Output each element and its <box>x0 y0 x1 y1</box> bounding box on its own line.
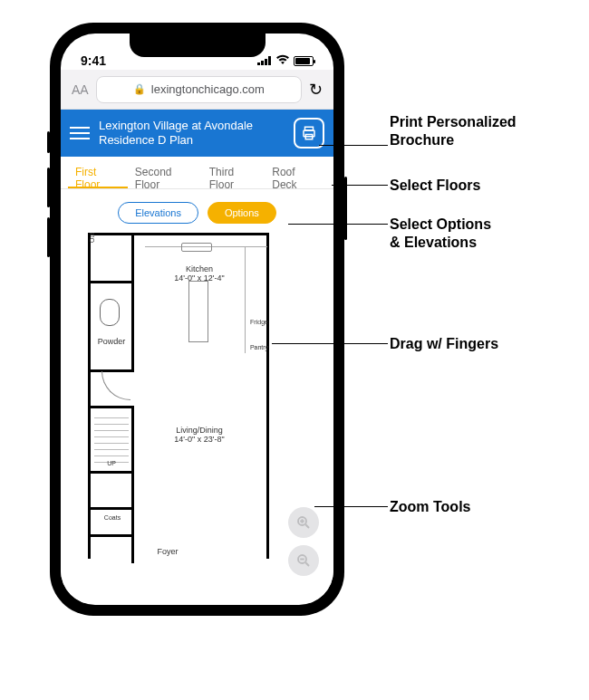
callout-drag: Drag w/ Fingers <box>390 335 498 353</box>
lock-icon: 🔒 <box>133 83 146 95</box>
coats-label: Coats <box>96 514 129 521</box>
zoom-tools <box>288 507 319 576</box>
browser-bar: AA 🔒 lexingtonchicago.com ↻ <box>61 70 333 110</box>
fridge-label: Fridge <box>248 319 270 325</box>
print-button[interactable] <box>294 118 324 149</box>
battery-icon <box>294 56 314 66</box>
kitchen-dim: 14'-0" x 12'-4" <box>163 273 236 283</box>
phone-frame: 9:41 AA 🔒 lexingtonchicago.com ↻ Lexingt… <box>50 23 344 616</box>
tab-third-floor[interactable]: Third Floor <box>202 157 266 188</box>
status-time: 9:41 <box>81 53 106 68</box>
lead-floors <box>332 185 388 186</box>
lead-print <box>319 145 388 146</box>
options-button[interactable]: Options <box>208 202 276 224</box>
page-title: Lexington Village at Avondale <box>99 119 285 133</box>
lead-drag <box>272 343 388 344</box>
up-label: UP <box>98 460 125 466</box>
reload-icon[interactable]: ↻ <box>309 80 323 100</box>
zoom-out-button[interactable] <box>288 545 319 576</box>
floorplan-drawing: Kitchen 14'-0" x 12'-4" Powder Fridge Pa… <box>88 233 269 559</box>
tab-second-floor[interactable]: Second Floor <box>128 157 202 188</box>
signal-icon <box>257 56 272 65</box>
elevations-button[interactable]: Elevations <box>118 202 198 224</box>
floor-tabs: First Floor Second Floor Third Floor Roo… <box>61 157 333 189</box>
svg-line-8 <box>305 562 309 566</box>
menu-icon[interactable] <box>70 127 90 139</box>
foyer-label: Foyer <box>145 547 190 556</box>
powder-label: Powder <box>93 337 130 346</box>
callout-floors: Select Floors <box>390 177 480 195</box>
page-subtitle: Residence D Plan <box>99 133 285 148</box>
callout-options: Select Options & Elevations <box>390 216 491 252</box>
floorplan-canvas[interactable]: Kitchen 14'-0" x 12'-4" Powder Fridge Pa… <box>61 233 333 603</box>
callout-zoom: Zoom Tools <box>390 498 470 516</box>
callout-print: Print Personalized Brochure <box>390 113 517 149</box>
url-text: lexingtonchicago.com <box>151 82 265 96</box>
tab-first-floor[interactable]: First Floor <box>68 157 128 188</box>
options-elevations: Elevations Options <box>61 189 333 233</box>
text-size-icon[interactable]: AA <box>72 82 89 97</box>
url-field[interactable]: 🔒 lexingtonchicago.com <box>96 76 302 103</box>
zoom-in-button[interactable] <box>288 507 319 538</box>
outdoors-label: Outdoors <box>89 234 95 243</box>
app-header: Lexington Village at Avondale Residence … <box>61 110 333 157</box>
tab-roof-deck[interactable]: Roof Deck <box>265 157 326 188</box>
living-dim: 14'-0" x 23'-8" <box>154 435 245 444</box>
pantry-label: Pantry <box>248 344 270 350</box>
living-label: Living/Dining <box>154 426 245 435</box>
lead-zoom <box>314 506 388 507</box>
svg-line-4 <box>305 524 309 528</box>
lead-options <box>288 224 388 225</box>
kitchen-label: Kitchen <box>163 264 236 273</box>
wifi-icon <box>275 53 290 68</box>
phone-notch <box>130 34 266 57</box>
